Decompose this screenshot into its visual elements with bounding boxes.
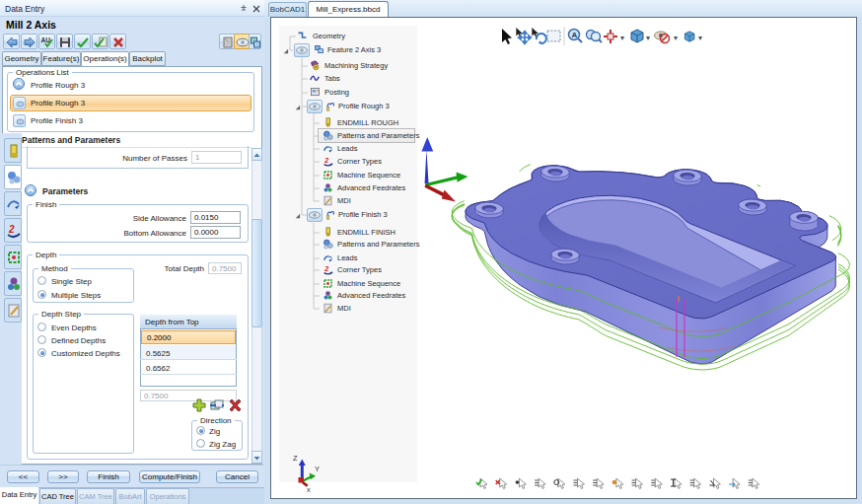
- svg-text:A: A: [571, 31, 577, 39]
- svg-text:▾: ▾: [646, 34, 650, 42]
- svg-text:Z: Z: [293, 454, 298, 463]
- svg-text:▾: ▾: [620, 34, 624, 42]
- svg-text:x: x: [307, 485, 311, 494]
- svg-text:▾: ▾: [698, 34, 702, 42]
- svg-text:Y: Y: [315, 465, 320, 473]
- svg-text:▾: ▾: [674, 34, 678, 42]
